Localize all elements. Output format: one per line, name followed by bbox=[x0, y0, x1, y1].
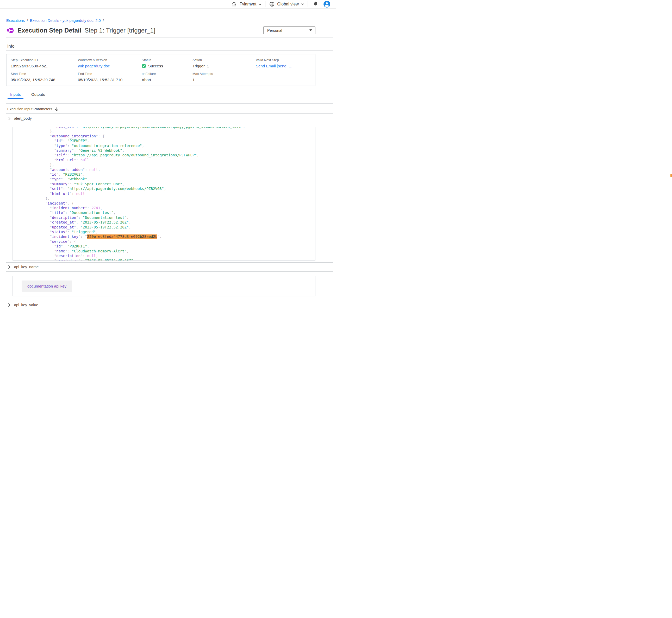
divider bbox=[6, 50, 333, 51]
breadcrumb-execution-details[interactable]: Execution Details - yuk pagerduty doc: 2… bbox=[30, 18, 101, 23]
field-status: Status Success bbox=[142, 58, 192, 68]
info-heading: Info bbox=[7, 44, 336, 49]
field-step-execution-id: Step Execution ID 18992a43-9538-4b2… bbox=[11, 58, 78, 68]
divider bbox=[6, 300, 333, 300]
breadcrumb-executions[interactable]: Executions bbox=[6, 18, 25, 23]
caret-down-icon bbox=[310, 29, 312, 31]
divider bbox=[6, 113, 333, 114]
view-label: Global view bbox=[277, 2, 299, 6]
api-key-name-card: documentation api key bbox=[12, 276, 316, 296]
divider bbox=[6, 37, 333, 37]
breadcrumb-separator: / bbox=[103, 18, 104, 23]
divider bbox=[6, 272, 333, 272]
info-card: Step Execution ID 18992a43-9538-4b2… Wor… bbox=[6, 54, 316, 86]
org-label: Fylamynt bbox=[239, 2, 256, 6]
org-switcher[interactable]: Fylamynt bbox=[231, 1, 261, 7]
tab-bar: Inputs Outputs bbox=[0, 91, 336, 99]
divider bbox=[6, 262, 333, 263]
topbar-divider bbox=[265, 1, 265, 7]
chevron-right-icon bbox=[8, 266, 10, 269]
section-label: alert_body bbox=[14, 116, 32, 120]
breadcrumb: Executions / Execution Details - yuk pag… bbox=[6, 18, 333, 23]
scope-select[interactable]: Personal bbox=[263, 26, 316, 34]
success-check-icon bbox=[142, 64, 146, 68]
bank-icon bbox=[231, 1, 237, 7]
page-subtitle: Step 1: Trigger [trigger_1] bbox=[84, 27, 155, 34]
top-bar: Fylamynt Global view bbox=[0, 0, 336, 9]
field-onfailure: onFailure Abort bbox=[142, 72, 192, 82]
field-start-time: Start Time 05/19/2023, 15:52:29.748 bbox=[11, 72, 78, 82]
scope-select-value: Personal bbox=[267, 28, 282, 32]
section-api-key-name[interactable]: api_key_name bbox=[8, 265, 336, 269]
divider bbox=[6, 103, 333, 104]
chevron-down-icon bbox=[301, 3, 304, 5]
field-action: Action Trigger_1 bbox=[192, 58, 256, 68]
workflow-link[interactable]: yuk pagerduty doc bbox=[78, 64, 110, 68]
execution-input-parameters-header[interactable]: Execution Input Parameters bbox=[7, 107, 336, 111]
field-end-time: End Time 05/19/2023, 15:52:31.710 bbox=[78, 72, 142, 82]
breadcrumb-separator: / bbox=[27, 18, 28, 23]
notification-bell-icon[interactable] bbox=[313, 1, 318, 7]
section-label: api_key_value bbox=[14, 303, 38, 307]
view-switcher[interactable]: Global view bbox=[269, 1, 304, 7]
field-workflow-version: Workflow & Version yuk pagerduty doc bbox=[78, 58, 142, 68]
section-label: api_key_name bbox=[14, 265, 38, 269]
arrow-down-icon[interactable] bbox=[55, 107, 59, 111]
divider bbox=[6, 123, 333, 123]
alert-body-json-viewer: "html_url": "https://fylamynt.pagerduty.… bbox=[12, 127, 316, 261]
chevron-right-icon bbox=[8, 117, 10, 120]
chevron-right-icon bbox=[8, 303, 10, 307]
section-api-key-value[interactable]: api_key_value bbox=[8, 303, 336, 307]
page-title: Execution Step Detail bbox=[17, 27, 81, 34]
workflow-step-icon bbox=[6, 26, 14, 34]
field-max-attempts: Max Attempts 1 bbox=[192, 72, 256, 82]
next-step-link[interactable]: Send Email [send_… bbox=[256, 64, 292, 68]
status-text: Success bbox=[148, 64, 163, 68]
title-row: Execution Step Detail Step 1: Trigger [t… bbox=[6, 26, 316, 34]
api-key-name-value: documentation api key bbox=[22, 281, 72, 292]
user-avatar[interactable] bbox=[324, 1, 330, 8]
code-block: "html_url": "https://fylamynt.pagerduty.… bbox=[13, 127, 315, 261]
tab-outputs[interactable]: Outputs bbox=[29, 91, 48, 99]
section-alert-body[interactable]: alert_body bbox=[8, 116, 336, 120]
topbar-divider bbox=[308, 1, 308, 7]
chevron-down-icon bbox=[259, 3, 261, 5]
tab-inputs[interactable]: Inputs bbox=[8, 91, 23, 99]
field-valid-next-step: Valid Next Step Send Email [send_… bbox=[256, 58, 313, 68]
globe-icon bbox=[269, 1, 275, 7]
